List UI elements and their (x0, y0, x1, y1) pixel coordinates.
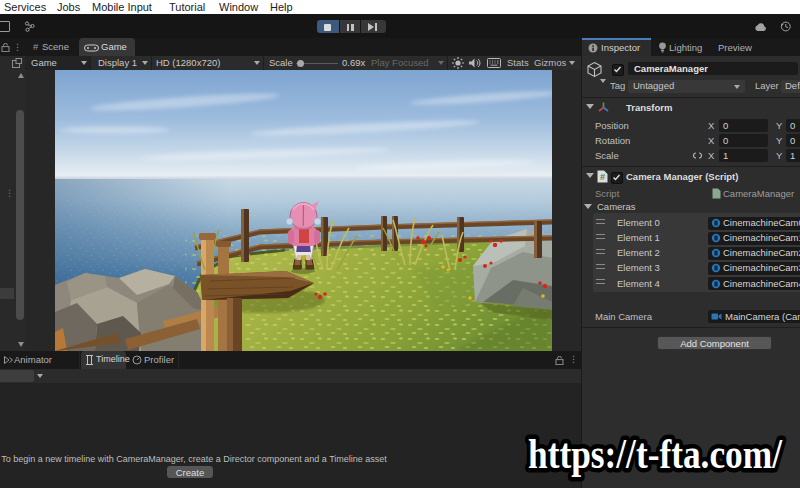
svg-text:https://t-fta.com/: https://t-fta.com/ (528, 431, 783, 477)
svg-text:#: # (600, 172, 605, 182)
